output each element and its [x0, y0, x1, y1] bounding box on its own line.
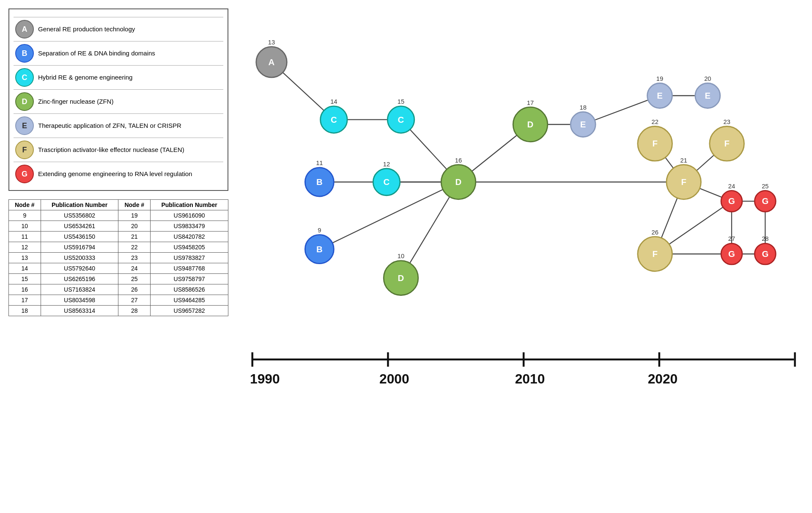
node-letter-25: G: [762, 196, 768, 206]
node-label-18: 18: [579, 104, 586, 111]
table-cell: US5356802: [41, 210, 118, 221]
table-row: 15US626519625US9758797: [9, 274, 228, 284]
table-cell: US9758797: [151, 274, 228, 284]
table-cell: US8034598: [41, 295, 118, 306]
table-cell: US8586526: [151, 284, 228, 295]
table-cell: US9487768: [151, 263, 228, 274]
table-header: Node #: [118, 200, 151, 210]
node-letter-15: C: [398, 115, 404, 124]
table-cell: US9833479: [151, 221, 228, 232]
legend-label-f: Trascription activator-like effector nuc…: [38, 146, 184, 154]
node-letter-9: B: [316, 245, 323, 254]
node-label-11: 11: [316, 160, 323, 166]
legend-items: AGeneral RE production technologyBSepara…: [14, 17, 223, 186]
nodes-group: 9B10D11B12C13A14C15C16D17D18E19E20E21F22…: [256, 39, 776, 295]
legend-circle-g: G: [15, 165, 34, 183]
legend-circle-d: D: [15, 92, 34, 111]
table-cell: 24: [118, 263, 151, 274]
node-letter-14: C: [331, 115, 337, 124]
node-label-26: 26: [651, 229, 658, 236]
table-cell: US5436150: [41, 232, 118, 242]
table-row: 16US716382426US8586526: [9, 284, 228, 295]
node-label-19: 19: [656, 75, 663, 82]
table-row: 18US856331428US9657282: [9, 306, 228, 316]
table-cell: US5792640: [41, 263, 118, 274]
node-label-24: 24: [728, 183, 735, 190]
table-cell: 20: [118, 221, 151, 232]
table-head: Node #Publication NumberNode #Publicatio…: [9, 200, 228, 210]
network-graph: 9B10D11B12C13A14C15C16D17D18E19E20E21F22…: [228, 8, 804, 499]
year-1990: 1990: [250, 371, 280, 386]
node-letter-28: G: [762, 249, 768, 259]
table-row: 10US653426120US9833479: [9, 221, 228, 232]
node-label-17: 17: [527, 99, 534, 106]
legend-item-f: FTrascription activator-like effector nu…: [14, 138, 223, 162]
table-cell: 10: [9, 221, 41, 232]
table-header: Node #: [9, 200, 41, 210]
table-cell: 12: [9, 242, 41, 253]
node-label-28: 28: [762, 235, 768, 242]
legend-item-e: ETherapeutic application of ZFN, TALEN o…: [14, 113, 223, 138]
legend-circle-f: F: [15, 141, 34, 159]
table-cell: 26: [118, 284, 151, 295]
node-label-20: 20: [704, 75, 711, 82]
node-letter-27: G: [728, 249, 735, 259]
table-cell: 18: [9, 306, 41, 316]
node-letter-13: A: [269, 58, 275, 67]
data-table: Node #Publication NumberNode #Publicatio…: [8, 199, 228, 316]
node-label-10: 10: [398, 253, 404, 259]
table-cell: US9458205: [151, 242, 228, 253]
table-cell: US7163824: [41, 284, 118, 295]
legend-label-g: Extending genome engineering to RNA leve…: [38, 170, 192, 178]
node-label-16: 16: [455, 157, 462, 164]
legend-label-a: General RE production technology: [38, 25, 135, 33]
legend-label-b: Separation of RE & DNA binding domains: [38, 49, 155, 58]
table-cell: 14: [9, 263, 41, 274]
table-cell: US9464285: [151, 295, 228, 306]
node-label-25: 25: [762, 183, 768, 190]
table-cell: 22: [118, 242, 151, 253]
node-letter-17: D: [527, 120, 534, 129]
table-cell: 19: [118, 210, 151, 221]
legend-item-g: GExtending genome engineering to RNA lev…: [14, 162, 223, 186]
table-row: 12US591679422US9458205: [9, 242, 228, 253]
legend-label-d: Zinc-finger nuclease (ZFN): [38, 97, 113, 106]
legend-item-c: CHybrid RE & genome engineering: [14, 65, 223, 89]
node-letter-12: C: [384, 177, 390, 187]
table-cell: 28: [118, 306, 151, 316]
table-cell: US5200333: [41, 253, 118, 263]
node-label-9: 9: [318, 227, 321, 234]
table-cell: US5916794: [41, 242, 118, 253]
node-label-13: 13: [268, 39, 275, 46]
legend-item-d: DZinc-finger nuclease (ZFN): [14, 89, 223, 113]
timeline: 1990 2000 2010 2020: [250, 352, 795, 386]
node-label-12: 12: [383, 161, 390, 168]
legend-item-b: BSeparation of RE & DNA binding domains: [14, 41, 223, 65]
table-row: 9US535680219US9616090: [9, 210, 228, 221]
table-row: 13US520033323US9783827: [9, 253, 228, 263]
table-cell: US8420782: [151, 232, 228, 242]
table-cell: 9: [9, 210, 41, 221]
table-cell: US6265196: [41, 274, 118, 284]
table-cell: 16: [9, 284, 41, 295]
table-body: 9US535680219US961609010US653426120US9833…: [9, 210, 228, 316]
table-cell: US8563314: [41, 306, 118, 316]
node-letter-19: E: [657, 91, 663, 100]
year-2020: 2020: [648, 371, 678, 386]
year-2000: 2000: [379, 371, 409, 386]
node-label-15: 15: [398, 98, 404, 105]
right-panel: 9B10D11B12C13A14C15C16D17D18E19E20E21F22…: [228, 8, 804, 499]
table-cell: US6534261: [41, 221, 118, 232]
table-row: 11US543615021US8420782: [9, 232, 228, 242]
node-label-14: 14: [330, 98, 337, 105]
node-label-22: 22: [651, 119, 658, 125]
node-label-21: 21: [680, 157, 687, 164]
node-label-27: 27: [728, 235, 735, 242]
legend-box: AGeneral RE production technologyBSepara…: [8, 8, 228, 191]
legend-item-a: AGeneral RE production technology: [14, 17, 223, 41]
table-cell: US9616090: [151, 210, 228, 221]
table-row: 17US803459827US9464285: [9, 295, 228, 306]
legend-circle-b: B: [15, 44, 34, 63]
node-letter-26: F: [652, 249, 657, 259]
left-panel: AGeneral RE production technologyBSepara…: [8, 8, 228, 316]
